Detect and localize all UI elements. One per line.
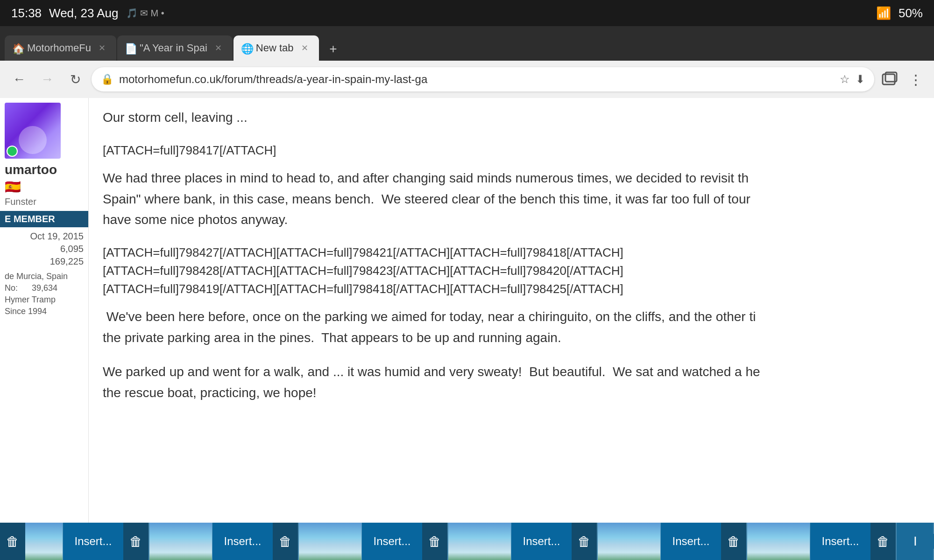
browser-tab-3[interactable]: 🌐 New tab ✕ xyxy=(234,35,319,61)
tab-close-3[interactable]: ✕ xyxy=(298,42,311,55)
tab-close-2[interactable]: ✕ xyxy=(212,42,225,55)
sidebar-user-no: No: 39,634 xyxy=(0,282,88,294)
svg-rect-0 xyxy=(883,74,895,84)
security-lock-icon: 🔒 xyxy=(101,73,113,85)
post-paragraph-3: We've been here before, once on the park… xyxy=(103,307,920,349)
thumb-insert-3[interactable]: Insert... xyxy=(361,523,422,560)
main-content: Our storm cell, leaving ... [ATTACH=full… xyxy=(89,98,934,523)
thumb-delete-1[interactable]: 🗑 xyxy=(0,523,25,560)
thumbnail-item-3: Insert... 🗑 xyxy=(299,523,448,560)
sidebar-member-badge: E MEMBER xyxy=(0,211,88,227)
tab-title-1: MotorhomeFu xyxy=(27,42,91,54)
page-content: umartoo 🇪🇸 Funster E MEMBER Oct 19, 2015… xyxy=(0,98,934,523)
thumb-image-2 xyxy=(149,523,212,560)
sidebar-vehicle: Hymer Tramp xyxy=(0,294,88,306)
thumb-insert-4[interactable]: Insert... xyxy=(511,523,572,560)
battery-icon: 50% xyxy=(899,6,923,21)
address-bar-row: ← → ↻ 🔒 motorhomefun.co.uk/forum/threads… xyxy=(0,61,934,98)
tab-favicon-1: 🏠 xyxy=(12,43,22,53)
sidebar-since: Since 1994 xyxy=(0,306,88,317)
tab-close-1[interactable]: ✕ xyxy=(96,42,109,55)
thumb-image-5 xyxy=(598,523,660,560)
post-paragraph-4: We parked up and went for a walk, and ..… xyxy=(103,362,920,404)
avatar-container xyxy=(0,103,88,159)
tab-bar: 🏠 MotorhomeFu ✕ 📄 "A Year in Spai ✕ 🌐 Ne… xyxy=(0,26,934,61)
browser-tab-2[interactable]: 📄 "A Year in Spai ✕ xyxy=(117,35,233,61)
thumb-delete2-6[interactable]: 🗑 xyxy=(870,523,896,560)
tab-favicon-3: 🌐 xyxy=(241,43,251,53)
thumb-delete2-3[interactable]: 🗑 xyxy=(422,523,447,560)
sidebar: umartoo 🇪🇸 Funster E MEMBER Oct 19, 2015… xyxy=(0,98,89,523)
no-label: No: xyxy=(5,283,18,293)
back-button[interactable]: ← xyxy=(7,68,31,91)
browser-menu-button[interactable]: ⋮ xyxy=(905,69,927,90)
status-bar: 15:38 Wed, 23 Aug 🎵 ✉ M • 📶 50% xyxy=(0,0,934,26)
add-tab-button[interactable]: + xyxy=(322,37,345,61)
sidebar-posts: 6,095 xyxy=(0,243,88,255)
sidebar-location: de Murcia, Spain xyxy=(0,268,88,282)
address-text: motorhomefun.co.uk/forum/threads/a-year-… xyxy=(119,73,834,86)
thumb-insert-6[interactable]: Insert... xyxy=(810,523,870,560)
tab-title-3: New tab xyxy=(256,42,294,54)
thumbnail-item-4: Insert... 🗑 xyxy=(448,523,598,560)
thumb-delete2-1[interactable]: 🗑 xyxy=(123,523,149,560)
status-right: 📶 50% xyxy=(876,6,923,21)
thumbnail-item-6: Insert... 🗑 xyxy=(747,523,897,560)
sidebar-username: umartoo xyxy=(0,159,88,178)
online-status-dot xyxy=(7,146,18,157)
tab-switcher-button[interactable] xyxy=(879,69,900,90)
thumb-image-3 xyxy=(299,523,361,560)
no-value: 39,634 xyxy=(32,283,57,293)
thumbnail-item-5: Insert... 🗑 xyxy=(598,523,747,560)
browser-tab-1[interactable]: 🏠 MotorhomeFu ✕ xyxy=(5,35,116,61)
sidebar-reactions: 169,225 xyxy=(0,255,88,268)
thumb-delete2-4[interactable]: 🗑 xyxy=(572,523,597,560)
thumbnail-item-1: 🗑 Insert... 🗑 xyxy=(0,523,149,560)
sidebar-join-date: Oct 19, 2015 xyxy=(0,230,88,243)
post-attach-grid: [ATTACH=full]798427[/ATTACH][ATTACH=full… xyxy=(103,244,920,298)
thumb-image-1 xyxy=(25,523,63,560)
thumb-delete2-2[interactable]: 🗑 xyxy=(273,523,298,560)
thumb-image-6 xyxy=(747,523,810,560)
tab-favicon-2: 📄 xyxy=(125,43,135,53)
status-left: 15:38 Wed, 23 Aug 🎵 ✉ M • xyxy=(11,6,164,21)
bookmark-star-icon[interactable]: ☆ xyxy=(840,73,850,86)
forward-button[interactable]: → xyxy=(35,68,59,91)
post-paragraph-1: Our storm cell, leaving ... xyxy=(103,107,920,128)
thumb-image-4 xyxy=(448,523,511,560)
wifi-icon: 📶 xyxy=(876,6,891,21)
sidebar-flag: 🇪🇸 xyxy=(0,178,88,196)
thumb-insert-7[interactable]: I xyxy=(897,534,934,549)
sidebar-user-type: Funster xyxy=(0,196,88,208)
thumb-insert-1[interactable]: Insert... xyxy=(63,523,123,560)
reload-button[interactable]: ↻ xyxy=(64,68,87,91)
thumbnail-item-2: Insert... 🗑 xyxy=(149,523,299,560)
avatar xyxy=(5,103,61,159)
thumb-insert-2[interactable]: Insert... xyxy=(212,523,273,560)
post-attach-1: [ATTACH=full]798417[/ATTACH] xyxy=(103,141,920,160)
status-icons: 🎵 ✉ M • xyxy=(126,7,164,19)
tab-title-2: "A Year in Spai xyxy=(140,42,207,54)
status-date: Wed, 23 Aug xyxy=(49,6,118,21)
download-icon[interactable]: ⬇ xyxy=(856,73,865,86)
thumbnail-item-7: I xyxy=(897,523,934,560)
address-box[interactable]: 🔒 motorhomefun.co.uk/forum/threads/a-yea… xyxy=(92,67,874,91)
thumbnails-bar: 🗑 Insert... 🗑 Insert... 🗑 Insert... 🗑 In… xyxy=(0,523,934,560)
thumb-insert-5[interactable]: Insert... xyxy=(660,523,721,560)
thumb-delete2-5[interactable]: 🗑 xyxy=(721,523,746,560)
status-time: 15:38 xyxy=(11,6,42,21)
post-paragraph-2: We had three places in mind to head to, … xyxy=(103,168,920,231)
